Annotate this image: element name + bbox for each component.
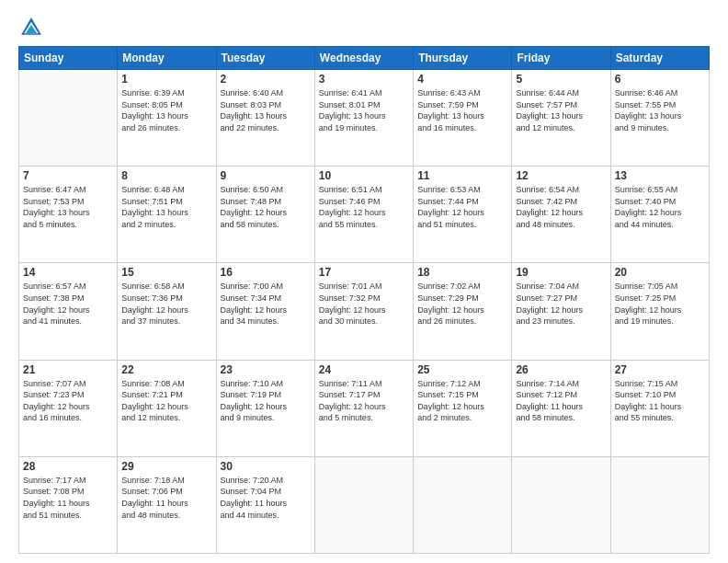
day-number: 14 <box>23 266 113 279</box>
day-cell: 4Sunrise: 6:43 AM Sunset: 7:59 PM Daylig… <box>414 70 512 167</box>
day-number: 11 <box>417 169 507 182</box>
day-number: 19 <box>516 266 606 279</box>
day-cell <box>610 456 709 553</box>
header-monday: Monday <box>118 47 216 70</box>
logo-icon <box>18 15 44 40</box>
day-info: Sunrise: 6:39 AM Sunset: 8:05 PM Dayligh… <box>121 87 211 133</box>
day-number: 4 <box>417 73 507 86</box>
day-number: 2 <box>221 73 311 86</box>
calendar-table: Sunday Monday Tuesday Wednesday Thursday… <box>18 46 710 554</box>
day-cell <box>414 456 512 553</box>
day-number: 15 <box>121 266 211 279</box>
day-info: Sunrise: 7:02 AM Sunset: 7:29 PM Dayligh… <box>417 281 507 327</box>
day-cell: 27Sunrise: 7:15 AM Sunset: 7:10 PM Dayli… <box>610 360 709 456</box>
day-cell: 1Sunrise: 6:39 AM Sunset: 8:05 PM Daylig… <box>118 70 216 167</box>
day-info: Sunrise: 6:41 AM Sunset: 8:01 PM Dayligh… <box>319 87 409 133</box>
day-number: 17 <box>319 266 409 279</box>
day-cell: 15Sunrise: 6:58 AM Sunset: 7:36 PM Dayli… <box>118 263 216 360</box>
week-row-3: 14Sunrise: 6:57 AM Sunset: 7:38 PM Dayli… <box>19 263 710 360</box>
day-info: Sunrise: 6:43 AM Sunset: 7:59 PM Dayligh… <box>417 87 507 133</box>
day-number: 21 <box>23 363 113 376</box>
day-number: 23 <box>221 363 311 376</box>
page: Sunday Monday Tuesday Wednesday Thursday… <box>0 0 728 563</box>
top-section <box>18 15 710 40</box>
day-number: 24 <box>319 363 409 376</box>
day-number: 6 <box>615 73 705 86</box>
day-info: Sunrise: 7:10 AM Sunset: 7:19 PM Dayligh… <box>221 378 311 424</box>
day-number: 29 <box>121 460 211 473</box>
header-wednesday: Wednesday <box>314 47 413 70</box>
day-cell: 12Sunrise: 6:54 AM Sunset: 7:42 PM Dayli… <box>512 167 610 263</box>
day-info: Sunrise: 7:01 AM Sunset: 7:32 PM Dayligh… <box>319 281 409 327</box>
day-cell: 13Sunrise: 6:55 AM Sunset: 7:40 PM Dayli… <box>610 167 709 263</box>
day-info: Sunrise: 7:00 AM Sunset: 7:34 PM Dayligh… <box>221 281 311 327</box>
day-cell: 18Sunrise: 7:02 AM Sunset: 7:29 PM Dayli… <box>414 263 512 360</box>
day-cell: 16Sunrise: 7:00 AM Sunset: 7:34 PM Dayli… <box>216 263 314 360</box>
day-info: Sunrise: 7:07 AM Sunset: 7:23 PM Dayligh… <box>23 378 113 424</box>
day-number: 28 <box>23 460 113 473</box>
day-info: Sunrise: 7:08 AM Sunset: 7:21 PM Dayligh… <box>121 378 211 424</box>
day-cell: 25Sunrise: 7:12 AM Sunset: 7:15 PM Dayli… <box>414 360 512 456</box>
day-info: Sunrise: 7:14 AM Sunset: 7:12 PM Dayligh… <box>516 378 606 424</box>
day-cell: 6Sunrise: 6:46 AM Sunset: 7:55 PM Daylig… <box>610 70 709 167</box>
day-cell: 24Sunrise: 7:11 AM Sunset: 7:17 PM Dayli… <box>314 360 413 456</box>
day-number: 13 <box>615 169 705 182</box>
day-info: Sunrise: 7:20 AM Sunset: 7:04 PM Dayligh… <box>221 475 311 521</box>
day-cell: 8Sunrise: 6:48 AM Sunset: 7:51 PM Daylig… <box>118 167 216 263</box>
day-cell: 30Sunrise: 7:20 AM Sunset: 7:04 PM Dayli… <box>216 456 314 553</box>
day-info: Sunrise: 6:48 AM Sunset: 7:51 PM Dayligh… <box>121 184 211 230</box>
day-number: 3 <box>319 73 409 86</box>
day-number: 5 <box>516 73 606 86</box>
day-number: 26 <box>516 363 606 376</box>
day-info: Sunrise: 7:12 AM Sunset: 7:15 PM Dayligh… <box>417 378 507 424</box>
day-info: Sunrise: 6:40 AM Sunset: 8:03 PM Dayligh… <box>221 87 311 133</box>
day-number: 7 <box>23 169 113 182</box>
day-cell <box>314 456 413 553</box>
day-cell <box>19 70 118 167</box>
day-info: Sunrise: 6:46 AM Sunset: 7:55 PM Dayligh… <box>615 87 705 133</box>
day-cell: 28Sunrise: 7:17 AM Sunset: 7:08 PM Dayli… <box>19 456 118 553</box>
day-info: Sunrise: 6:44 AM Sunset: 7:57 PM Dayligh… <box>516 87 606 133</box>
week-row-2: 7Sunrise: 6:47 AM Sunset: 7:53 PM Daylig… <box>19 167 710 263</box>
header-tuesday: Tuesday <box>216 47 314 70</box>
day-info: Sunrise: 6:50 AM Sunset: 7:48 PM Dayligh… <box>221 184 311 230</box>
day-cell: 17Sunrise: 7:01 AM Sunset: 7:32 PM Dayli… <box>314 263 413 360</box>
day-number: 1 <box>121 73 211 86</box>
weekday-header-row: Sunday Monday Tuesday Wednesday Thursday… <box>19 47 710 70</box>
day-number: 30 <box>221 460 311 473</box>
day-cell: 14Sunrise: 6:57 AM Sunset: 7:38 PM Dayli… <box>19 263 118 360</box>
day-cell <box>512 456 610 553</box>
day-cell: 11Sunrise: 6:53 AM Sunset: 7:44 PM Dayli… <box>414 167 512 263</box>
day-cell: 21Sunrise: 7:07 AM Sunset: 7:23 PM Dayli… <box>19 360 118 456</box>
day-number: 20 <box>615 266 705 279</box>
day-number: 27 <box>615 363 705 376</box>
header-sunday: Sunday <box>19 47 118 70</box>
day-number: 25 <box>417 363 507 376</box>
day-info: Sunrise: 6:53 AM Sunset: 7:44 PM Dayligh… <box>417 184 507 230</box>
day-info: Sunrise: 7:15 AM Sunset: 7:10 PM Dayligh… <box>615 378 705 424</box>
day-cell: 10Sunrise: 6:51 AM Sunset: 7:46 PM Dayli… <box>314 167 413 263</box>
day-cell: 22Sunrise: 7:08 AM Sunset: 7:21 PM Dayli… <box>118 360 216 456</box>
week-row-1: 1Sunrise: 6:39 AM Sunset: 8:05 PM Daylig… <box>19 70 710 167</box>
header-saturday: Saturday <box>610 47 709 70</box>
day-info: Sunrise: 6:47 AM Sunset: 7:53 PM Dayligh… <box>23 184 113 230</box>
day-info: Sunrise: 6:54 AM Sunset: 7:42 PM Dayligh… <box>516 184 606 230</box>
day-cell: 26Sunrise: 7:14 AM Sunset: 7:12 PM Dayli… <box>512 360 610 456</box>
day-cell: 2Sunrise: 6:40 AM Sunset: 8:03 PM Daylig… <box>216 70 314 167</box>
day-info: Sunrise: 6:51 AM Sunset: 7:46 PM Dayligh… <box>319 184 409 230</box>
day-info: Sunrise: 7:04 AM Sunset: 7:27 PM Dayligh… <box>516 281 606 327</box>
day-info: Sunrise: 7:17 AM Sunset: 7:08 PM Dayligh… <box>23 475 113 521</box>
day-cell: 23Sunrise: 7:10 AM Sunset: 7:19 PM Dayli… <box>216 360 314 456</box>
day-number: 22 <box>121 363 211 376</box>
day-info: Sunrise: 6:58 AM Sunset: 7:36 PM Dayligh… <box>121 281 211 327</box>
day-number: 18 <box>417 266 507 279</box>
day-info: Sunrise: 6:55 AM Sunset: 7:40 PM Dayligh… <box>615 184 705 230</box>
day-cell: 5Sunrise: 6:44 AM Sunset: 7:57 PM Daylig… <box>512 70 610 167</box>
day-info: Sunrise: 7:18 AM Sunset: 7:06 PM Dayligh… <box>121 475 211 521</box>
day-cell: 9Sunrise: 6:50 AM Sunset: 7:48 PM Daylig… <box>216 167 314 263</box>
logo <box>18 15 48 40</box>
day-number: 9 <box>221 169 311 182</box>
day-info: Sunrise: 6:57 AM Sunset: 7:38 PM Dayligh… <box>23 281 113 327</box>
day-cell: 29Sunrise: 7:18 AM Sunset: 7:06 PM Dayli… <box>118 456 216 553</box>
day-cell: 19Sunrise: 7:04 AM Sunset: 7:27 PM Dayli… <box>512 263 610 360</box>
